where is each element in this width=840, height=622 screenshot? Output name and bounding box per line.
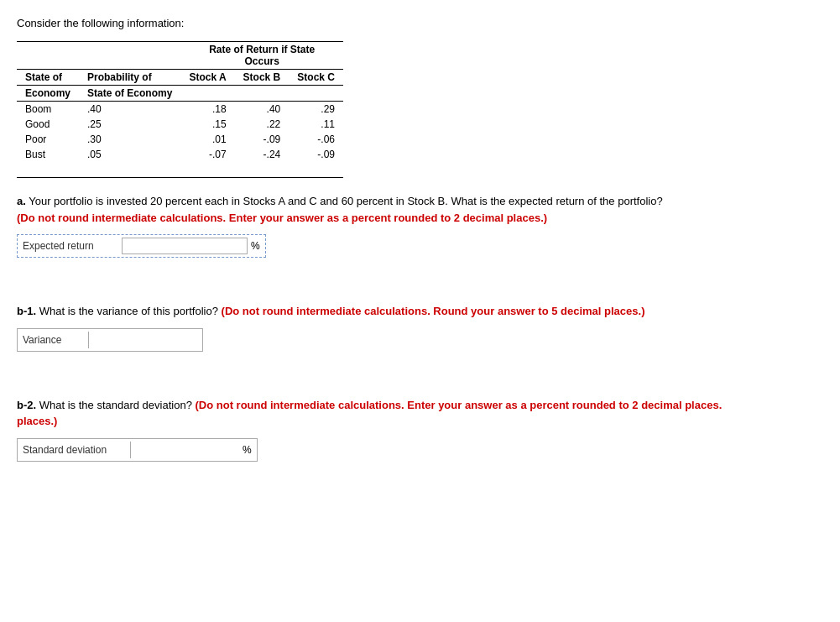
table-row: Good .25 .15 .22 .11: [17, 117, 343, 132]
expected-return-input-row: Expected return %: [17, 234, 266, 258]
cell-stockB: -.24: [235, 147, 290, 162]
std-dev-unit: %: [243, 444, 252, 456]
col-prob-of: Probability of: [79, 70, 180, 86]
section-a-question: a. Your portfolio is invested 20 percent…: [17, 193, 823, 226]
expected-return-unit: %: [251, 240, 260, 252]
table-rate-header-row: Rate of Return if State Occurs: [17, 42, 343, 70]
std-dev-input-row: Standard deviation %: [17, 438, 258, 462]
col-state-of-economy: State of Economy: [79, 86, 180, 102]
cell-stockA: .18: [180, 102, 234, 118]
table-row: Boom .40 .18 .40 .29: [17, 102, 343, 118]
table-col-header-row: State of Probability of Stock A Stock B …: [17, 70, 343, 86]
cell-state: Good: [17, 117, 79, 132]
data-table: Rate of Return if State Occurs State of …: [17, 42, 343, 162]
cell-stockB: -.09: [235, 132, 290, 147]
cell-state: Boom: [17, 102, 79, 118]
cell-prob: .40: [79, 102, 180, 118]
cell-state: Bust: [17, 147, 79, 162]
cell-prob: .25: [79, 117, 180, 132]
section-b2-bold-red: (Do not round intermediate calculations.…: [195, 399, 722, 411]
table-col-header-row2: Economy State of Economy: [17, 86, 343, 102]
expected-return-input[interactable]: [122, 238, 248, 254]
cell-stockC: -.09: [289, 147, 343, 162]
table-row: Bust .05 -.07 -.24 -.09: [17, 147, 343, 162]
section-b1-label: b-1.: [17, 305, 36, 317]
section-a-label: a.: [17, 195, 26, 207]
cell-stockA: -.07: [180, 147, 234, 162]
intro-text: Consider the following information:: [17, 17, 823, 29]
col-stock-c: Stock C: [289, 70, 343, 86]
std-dev-label: Standard deviation: [23, 444, 123, 456]
section-a-normal-text: Your portfolio is invested 20 percent ea…: [29, 195, 662, 207]
cell-stockC: -.06: [289, 132, 343, 147]
rate-header-cell: Rate of Return if State Occurs: [180, 42, 343, 70]
cell-stockC: .29: [289, 102, 343, 118]
cell-prob: .30: [79, 132, 180, 147]
data-table-container: Rate of Return if State Occurs State of …: [17, 41, 343, 178]
cell-stockB: .22: [235, 117, 290, 132]
section-b1-question: b-1. What is the variance of this portfo…: [17, 303, 823, 320]
cell-stockB: .40: [235, 102, 290, 118]
section-b1-bold-red: (Do not round intermediate calculations.…: [222, 305, 645, 317]
section-b2-bold-red2: places.): [17, 415, 57, 427]
section-b2-normal-text: What is the standard deviation?: [39, 399, 192, 411]
expected-return-label: Expected return: [23, 240, 115, 252]
section-b2-label: b-2.: [17, 399, 36, 411]
col-stock-b: Stock B: [235, 70, 290, 86]
variance-input-row: Variance: [17, 328, 203, 352]
cell-stockC: .11: [289, 117, 343, 132]
col-state-of: State of: [17, 70, 79, 86]
section-a-bold-red: (Do not round intermediate calculations.…: [17, 212, 547, 224]
cell-state: Poor: [17, 132, 79, 147]
variance-label: Variance: [23, 334, 81, 346]
cell-prob: .05: [79, 147, 180, 162]
table-row: Poor .30 .01 -.09 -.06: [17, 132, 343, 147]
cell-stockA: .01: [180, 132, 234, 147]
cell-stockA: .15: [180, 117, 234, 132]
std-dev-input[interactable]: [130, 442, 239, 458]
section-b1-normal-text: What is the variance of this portfolio?: [39, 305, 218, 317]
col-stock-a: Stock A: [180, 70, 234, 86]
section-b2-question: b-2. What is the standard deviation? (Do…: [17, 397, 823, 430]
col-economy: Economy: [17, 86, 79, 102]
variance-input[interactable]: [88, 332, 197, 348]
